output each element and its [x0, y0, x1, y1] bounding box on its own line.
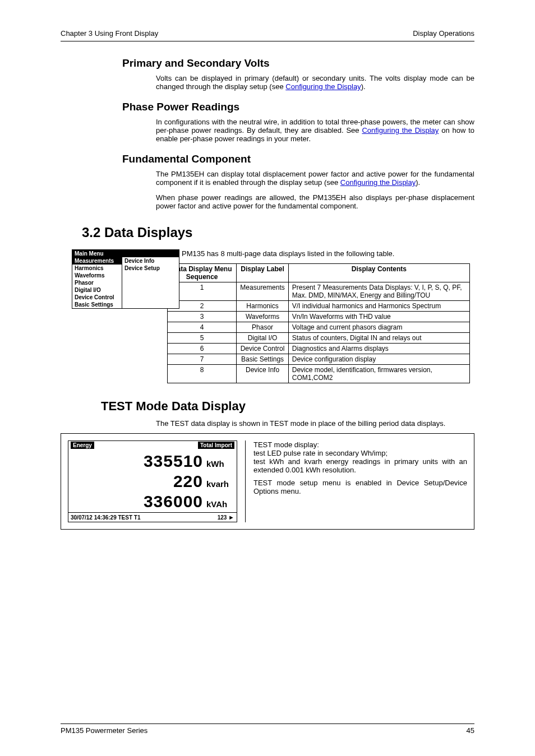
lcd-footer-left: 30/07/12 14:36:29 TEST T1 — [71, 514, 141, 521]
heading-fundamental-component: Fundamental Component — [122, 153, 474, 165]
lcd-header-right: Total Import — [198, 442, 234, 449]
lcd-reading-line: 336000kVAh — [144, 492, 231, 511]
table-row: 5Digital I/OStatus of counters, Digital … — [168, 333, 470, 344]
menu-item-harmonics: Harmonics — [72, 265, 122, 272]
th-contents: Display Contents — [288, 264, 469, 282]
table-row: 1MeasurementsPresent 7 Measurements Data… — [168, 282, 470, 301]
header-left: Chapter 3 Using Front Display — [61, 29, 158, 38]
menu-item-device-control: Device Control — [72, 294, 122, 301]
lcd-reading-line: 335510kWh — [144, 452, 231, 471]
menu-item-measurements: Measurements — [72, 257, 122, 265]
data-displays-table: Data Display Menu Sequence Display Label… — [167, 263, 470, 383]
test-mode-description: TEST mode display: test LED pulse rate i… — [245, 440, 467, 522]
table-row: 2HarmonicsV/I individual harmonics and H… — [168, 301, 470, 312]
menu-item-waveforms: Waveforms — [72, 272, 122, 279]
menu-item-basic-settings: Basic Settings — [72, 301, 122, 308]
heading-primary-secondary-volts: Primary and Secondary Volts — [122, 57, 474, 69]
link-configuring-display-2[interactable]: Configuring the Display — [362, 126, 439, 134]
table-row: 6Device ControlDiagnostics and Alarms di… — [168, 344, 470, 354]
menu-item-device-setup: Device Setup — [122, 265, 179, 272]
page-footer: PM135 Powermeter Series 45 — [61, 723, 474, 735]
lcd-reading-line: 220kvarh — [173, 472, 231, 491]
body-fundamental-component-p2: When phase power readings are allowed, t… — [156, 193, 474, 210]
lcd-header-left: Energy — [71, 442, 94, 449]
data-displays-intro: The PM135 has 8 multi-page data displays… — [167, 249, 474, 258]
link-configuring-display-3[interactable]: Configuring the Display — [340, 178, 416, 187]
body-primary-secondary-volts: Volts can be displayed in primary (defau… — [156, 74, 474, 91]
running-header: Chapter 3 Using Front Display Display Op… — [61, 29, 474, 41]
lcd-footer-right: 123 — [218, 514, 227, 521]
link-configuring-display-1[interactable]: Configuring the Display — [285, 82, 361, 91]
test-mode-panel: Energy Total Import 335510kWh220kvarh336… — [61, 433, 474, 530]
bell-icon: ► — [228, 514, 234, 521]
menu-item-digital-io: Digital I/O — [72, 286, 122, 294]
menu-item-phasor: Phasor — [72, 279, 122, 286]
table-row: 3WaveformsVn/In Waveforms with THD value — [168, 312, 470, 322]
heading-3-2-data-displays: 3.2 Data Displays — [82, 225, 474, 240]
menu-item-device-info: Device Info — [122, 257, 179, 265]
th-label: Display Label — [237, 264, 288, 282]
table-row: 4PhasorVoltage and current phasors diagr… — [168, 322, 470, 333]
lcd-screenshot: Energy Total Import 335510kWh220kvarh336… — [68, 440, 237, 522]
body-fundamental-component-p1: The PM135EH can display total displaceme… — [156, 170, 474, 187]
main-menu-screenshot: Main Menu Measurements Harmonics Wavefor… — [72, 249, 179, 309]
heading-phase-power-readings: Phase Power Readings — [122, 101, 474, 113]
footer-page-number: 45 — [467, 726, 474, 735]
heading-test-mode-data-display: TEST Mode Data Display — [101, 399, 474, 414]
body-phase-power-readings: In configurations with the neutral wire,… — [156, 118, 474, 143]
menu-title: Main Menu — [72, 250, 179, 257]
footer-left: PM135 Powermeter Series — [61, 726, 147, 735]
table-row: 8Device InfoDevice model, identification… — [168, 365, 470, 383]
test-mode-intro: The TEST data display is shown in TEST m… — [156, 419, 474, 428]
header-right: Display Operations — [413, 29, 474, 38]
table-row: 7Basic SettingsDevice configuration disp… — [168, 354, 470, 365]
